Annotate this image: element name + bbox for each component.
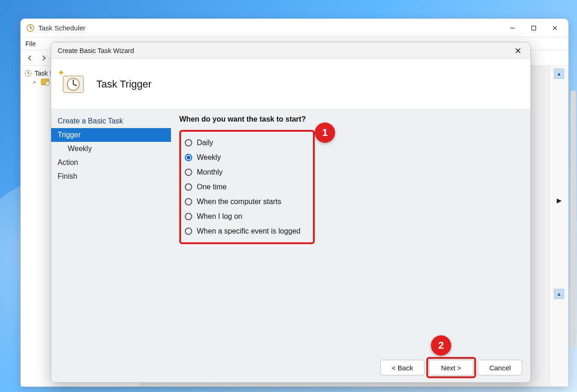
option-one-time-label: One time [197,183,227,191]
cancel-button[interactable]: Cancel [478,360,522,375]
radio-icon [185,139,192,146]
option-computer-starts[interactable]: When the computer starts [184,194,308,209]
radio-checked-icon [185,154,192,161]
wizard-steps-list: Create a Basic Task Trigger Weekly Actio… [51,110,171,353]
option-log-on-label: When I log on [197,212,242,221]
back-button[interactable]: < Back [380,360,424,375]
wizard-content: When do you want the task to start? Dail… [171,110,530,353]
radio-icon [185,213,192,220]
annotation-badge-1: 1 [315,123,335,143]
wizard-close-button[interactable] [510,44,526,57]
wizard-footer: 2 < Back Next > Cancel [51,353,530,382]
radio-icon [185,198,192,205]
option-monthly-label: Monthly [197,168,223,176]
minimize-button[interactable] [502,21,523,35]
option-log-on[interactable]: When I log on [184,209,308,224]
wizard-header: ✦ Task Trigger [51,59,530,110]
actions-pane: ▲ ▶ ▲ [550,66,568,386]
wizard-header-icon: ✦ [60,71,86,97]
wizard-heading: Task Trigger [96,78,152,90]
option-daily[interactable]: Daily [184,135,308,150]
option-event-logged[interactable]: When a specific event is logged [184,224,308,239]
step-trigger[interactable]: Trigger [51,128,171,142]
folder-icon [41,79,49,85]
radio-icon [185,183,192,191]
wizard-title: Create Basic Task Wizard [58,47,134,54]
task-scheduler-app-icon [26,24,35,32]
option-one-time[interactable]: One time [184,180,308,194]
annotation-badge-2: 2 [431,335,451,356]
trigger-options-highlight: Daily Weekly Monthly One time When the c… [179,130,315,244]
expand-right-icon[interactable]: ▶ [557,197,562,204]
task-scheduler-titlebar: Task Scheduler [21,19,568,37]
maximize-button[interactable] [523,21,544,35]
create-basic-task-wizard: Create Basic Task Wizard ✦ Task Trigger … [51,42,531,383]
task-scheduler-title: Task Scheduler [38,24,86,32]
svg-rect-5 [532,26,536,30]
radio-icon [185,228,192,235]
scroll-up-icon[interactable]: ▲ [554,69,564,79]
option-weekly-label: Weekly [197,153,221,162]
scroll-up-icon-2[interactable]: ▲ [554,289,564,299]
option-weekly[interactable]: Weekly [184,150,308,165]
option-monthly[interactable]: Monthly [184,165,308,180]
nav-forward-icon[interactable] [38,53,49,64]
option-daily-label: Daily [197,139,213,147]
step-create-basic-task[interactable]: Create a Basic Task [51,114,171,128]
option-event-logged-label: When a specific event is logged [197,227,300,235]
next-button[interactable]: Next > [429,360,473,375]
step-trigger-weekly[interactable]: Weekly [51,142,171,156]
sparkle-icon: ✦ [58,68,65,78]
option-computer-starts-label: When the computer starts [197,198,281,206]
nav-back-icon[interactable] [24,53,35,64]
outer-scrollbar[interactable] [571,90,576,348]
step-finish[interactable]: Finish [51,170,171,183]
close-button[interactable] [544,21,565,35]
radio-icon [185,169,192,176]
menu-file[interactable]: File [25,40,36,47]
wizard-titlebar: Create Basic Task Wizard [51,42,530,59]
step-action[interactable]: Action [51,156,171,170]
trigger-question: When do you want the task to start? [179,115,522,123]
tree-expand-icon[interactable]: > [33,79,38,85]
wizard-body: Create a Basic Task Trigger Weekly Actio… [51,110,530,353]
clock-icon [24,70,32,77]
